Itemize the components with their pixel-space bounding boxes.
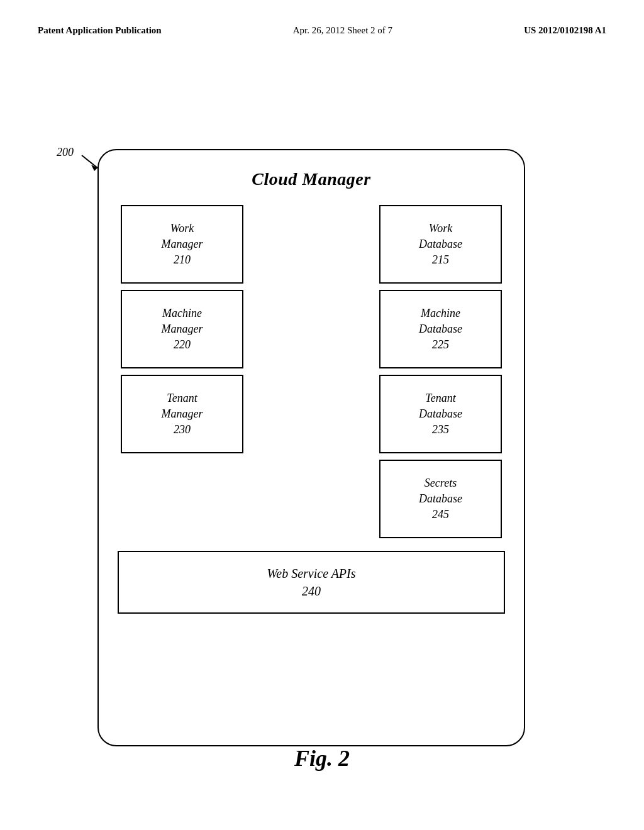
tenant-database-box: TenantDatabase235 bbox=[379, 375, 502, 453]
tenant-manager-label: TenantManager230 bbox=[162, 390, 203, 438]
figure-caption: Fig. 2 bbox=[0, 745, 644, 772]
machine-database-box: MachineDatabase225 bbox=[379, 290, 502, 368]
page-header: Patent Application Publication Apr. 26, … bbox=[0, 0, 644, 48]
diagram-area: 200 Cloud Manager WorkManager210 Machine… bbox=[0, 48, 644, 790]
header-left: Patent Application Publication bbox=[38, 25, 162, 36]
tenant-manager-box: TenantManager230 bbox=[121, 375, 243, 453]
secrets-database-label: SecretsDatabase245 bbox=[419, 475, 462, 523]
machine-manager-label: MachineManager220 bbox=[162, 306, 203, 353]
header-center: Apr. 26, 2012 Sheet 2 of 7 bbox=[293, 25, 392, 36]
web-service-label: Web Service APIs240 bbox=[267, 565, 355, 600]
databases-column: WorkDatabase215 MachineDatabase225 Tenan… bbox=[379, 205, 502, 538]
header-right: US 2012/0102198 A1 bbox=[524, 25, 606, 36]
web-service-apis-box: Web Service APIs240 bbox=[118, 551, 505, 614]
work-manager-box: WorkManager210 bbox=[121, 205, 243, 284]
cloud-manager-title: Cloud Manager bbox=[99, 150, 524, 189]
managers-column: WorkManager210 MachineManager220 TenantM… bbox=[121, 205, 243, 538]
tenant-database-label: TenantDatabase235 bbox=[419, 390, 462, 438]
cloud-manager-box: Cloud Manager WorkManager210 MachineMana… bbox=[97, 149, 525, 746]
machine-database-label: MachineDatabase225 bbox=[419, 306, 462, 353]
work-database-label: WorkDatabase215 bbox=[419, 221, 462, 268]
work-database-box: WorkDatabase215 bbox=[379, 205, 502, 284]
secrets-database-box: SecretsDatabase245 bbox=[379, 460, 502, 538]
svg-line-0 bbox=[82, 155, 97, 168]
machine-manager-box: MachineManager220 bbox=[121, 290, 243, 368]
work-manager-label: WorkManager210 bbox=[162, 221, 203, 268]
